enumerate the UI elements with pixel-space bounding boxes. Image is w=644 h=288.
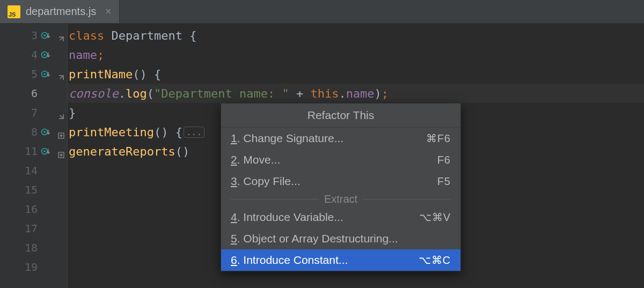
fold-row	[56, 26, 67, 45]
refactor-menu-item[interactable]: 3. Copy File...F5	[221, 171, 460, 192]
line-number: 7	[31, 106, 38, 119]
line-number: 5	[31, 68, 38, 80]
gutter-row[interactable]: 17	[0, 219, 56, 238]
menu-item-shortcut: ⌥⌘V	[419, 211, 451, 224]
tab-bar: JS departments.js ✕	[0, 0, 644, 24]
line-number: 16	[25, 203, 38, 216]
fold-row	[56, 45, 67, 64]
menu-item-label: 5. Object or Array Destructuring...	[231, 232, 398, 245]
menu-item-shortcut: F6	[437, 154, 451, 166]
svg-point-3	[43, 54, 46, 56]
menu-item-label: 2. Move...	[231, 153, 280, 166]
gutter-row[interactable]: 19	[0, 257, 56, 277]
line-number: 18	[25, 241, 38, 254]
code-line[interactable]: class Department {	[68, 26, 644, 45]
fold-row	[56, 238, 67, 257]
fold-row	[56, 64, 67, 84]
gutter-row[interactable]: 14	[0, 161, 56, 180]
gutter-row[interactable]: 18	[0, 238, 56, 257]
line-number: 19	[25, 261, 38, 274]
override-icon[interactable]	[41, 146, 52, 157]
gutter-row[interactable]: 6	[0, 84, 56, 103]
refactor-menu-item[interactable]: 6. Introduce Constant...⌥⌘C	[221, 249, 460, 271]
fold-row	[56, 200, 67, 219]
gutter-row[interactable]: 5	[0, 64, 56, 84]
svg-point-9	[43, 150, 46, 152]
fold-collapse-icon[interactable]	[58, 32, 65, 39]
fold-collapse-icon[interactable]	[58, 70, 65, 78]
code-line[interactable]: name;	[68, 45, 644, 64]
gutter-row[interactable]: 7	[0, 103, 56, 122]
gutter-row[interactable]: 11	[0, 142, 56, 161]
gutter-row[interactable]: 8	[0, 122, 56, 142]
fold-row	[56, 161, 67, 180]
fold-row	[56, 142, 67, 161]
line-number: 4	[31, 48, 38, 61]
fold-row	[56, 84, 67, 103]
line-number: 3	[31, 29, 38, 42]
line-number: 15	[25, 183, 38, 196]
popup-title: Refactor This	[221, 104, 460, 128]
line-number: 17	[25, 222, 38, 235]
gutter-row[interactable]: 4	[0, 45, 56, 64]
fold-strip	[56, 24, 68, 288]
fold-expand-icon[interactable]	[58, 128, 65, 136]
editor-tab[interactable]: JS departments.js ✕	[0, 0, 120, 23]
svg-point-1	[43, 34, 46, 36]
fold-end-icon[interactable]	[58, 109, 65, 116]
fold-row	[56, 180, 67, 200]
line-number: 14	[25, 164, 38, 177]
menu-item-shortcut: ⌥⌘C	[419, 254, 451, 267]
code-line[interactable]: printName() {	[68, 64, 644, 84]
override-icon[interactable]	[41, 69, 52, 79]
tab-filename: departments.js	[26, 5, 96, 18]
fold-row	[56, 103, 67, 122]
popup-separator: Extract	[221, 192, 460, 206]
gutter-row[interactable]: 16	[0, 200, 56, 219]
menu-item-label: 4. Introduce Variable...	[231, 211, 343, 224]
menu-item-label: 6. Introduce Constant...	[231, 254, 348, 267]
line-number: 8	[31, 125, 38, 138]
line-number: 11	[25, 145, 38, 158]
override-icon[interactable]	[41, 30, 52, 41]
fold-row	[56, 122, 67, 142]
gutter-row[interactable]: 3	[0, 26, 56, 45]
menu-item-shortcut: F5	[437, 175, 451, 188]
gutter: 34567811141516171819	[0, 24, 56, 288]
override-icon[interactable]	[41, 127, 52, 137]
refactor-menu-item[interactable]: 2. Move...F6	[221, 149, 460, 171]
menu-item-label: 3. Copy File...	[231, 175, 301, 188]
close-icon[interactable]: ✕	[101, 6, 112, 17]
svg-point-5	[43, 73, 46, 75]
gutter-row[interactable]: 15	[0, 180, 56, 200]
fold-row	[56, 257, 67, 277]
fold-expand-icon[interactable]	[58, 147, 65, 155]
js-file-icon: JS	[8, 5, 20, 18]
refactor-menu-item[interactable]: 1. Change Signature...⌘F6	[221, 128, 460, 149]
refactor-menu-item[interactable]: 5. Object or Array Destructuring...	[221, 228, 460, 249]
fold-row	[56, 219, 67, 238]
refactor-popup: Refactor This 1. Change Signature...⌘F62…	[221, 103, 461, 271]
fold-ellipsis[interactable]: ...	[184, 127, 204, 138]
refactor-menu-item[interactable]: 4. Introduce Variable...⌥⌘V	[221, 206, 460, 228]
svg-point-7	[43, 131, 46, 133]
line-number: 6	[31, 87, 38, 100]
menu-item-label: 1. Change Signature...	[231, 132, 343, 145]
menu-item-shortcut: ⌘F6	[426, 132, 451, 145]
override-icon[interactable]	[41, 49, 52, 60]
code-line-current[interactable]: console.log("Department name: " + this.n…	[68, 84, 644, 103]
